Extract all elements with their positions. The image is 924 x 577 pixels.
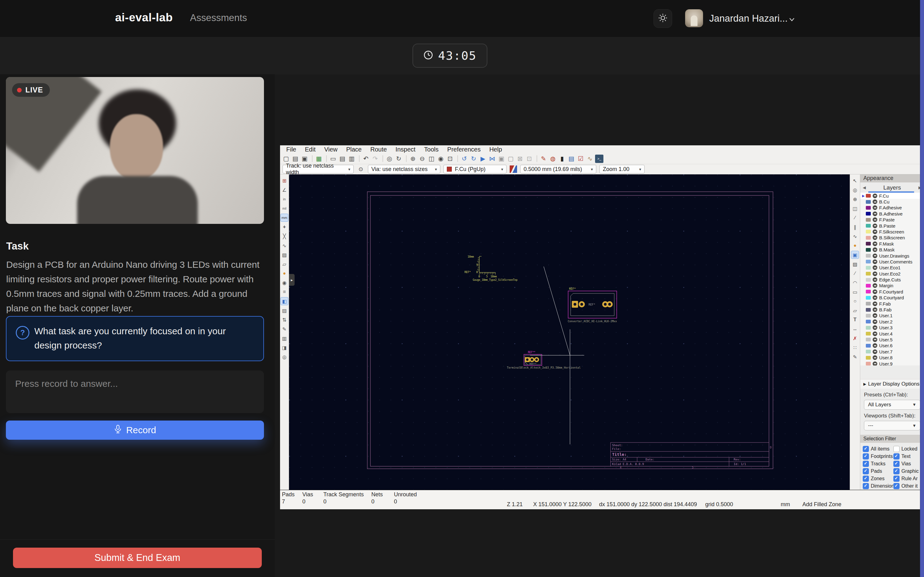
save-icon[interactable]: ▣	[300, 155, 309, 163]
layer-visibility-eye-icon[interactable]	[872, 332, 877, 336]
open-board-icon[interactable]: ▤	[291, 155, 300, 163]
filter-checkbox[interactable]: Tracks	[863, 460, 893, 467]
layer-row[interactable]: ▶ User.2	[860, 319, 924, 325]
delete-tool-icon[interactable]: ✗	[851, 335, 859, 342]
pads-display-icon[interactable]: ●	[281, 270, 288, 277]
layer-visibility-eye-icon[interactable]	[872, 307, 877, 312]
add-filled-zone-icon[interactable]: ▣	[851, 251, 859, 258]
undo-icon[interactable]: ↶	[362, 155, 370, 163]
group-icon[interactable]: ▣	[497, 155, 506, 163]
layer-color-swatch[interactable]	[866, 224, 871, 227]
add-footprint-icon[interactable]: ◫	[851, 205, 859, 212]
layer-row[interactable]: ▶ F.Courtyard	[860, 289, 924, 295]
rotate-ccw-icon[interactable]: ↺	[460, 155, 468, 163]
print-icon[interactable]: ▤	[338, 155, 347, 163]
vias-display-icon[interactable]: ◉	[281, 279, 288, 286]
layer-visibility-eye-icon[interactable]	[872, 319, 877, 324]
menu-item[interactable]: Inspect	[391, 146, 420, 153]
layer-row[interactable]: ▶ F.Cu	[860, 193, 924, 198]
layer-visibility-eye-icon[interactable]	[872, 313, 877, 318]
high-contrast-icon[interactable]: ◧	[281, 297, 288, 305]
user-name[interactable]: Janardan Hazari...	[709, 13, 788, 24]
menu-item[interactable]: Preferences	[443, 146, 485, 153]
layer-color-swatch[interactable]	[866, 200, 871, 204]
layer-visibility-eye-icon[interactable]	[872, 295, 877, 300]
panel-collapse-handle[interactable]: ▸	[289, 274, 295, 286]
record-button[interactable]: Record	[6, 421, 264, 440]
redo-icon[interactable]: ↷	[371, 155, 380, 163]
layer-color-swatch[interactable]	[866, 296, 871, 300]
page-scrollbar[interactable]	[920, 0, 924, 577]
zoom-fit-page-icon[interactable]: ◫	[427, 155, 436, 163]
track-width-dropdown[interactable]: Track: use netclass width ▾	[283, 165, 354, 174]
drawing-sheet-icon[interactable]: ✎	[281, 325, 288, 333]
grid-origin-icon[interactable]: ∷	[851, 344, 859, 351]
layer-visibility-eye-icon[interactable]	[872, 218, 877, 222]
zoom-fit-objects-icon[interactable]: ◉	[437, 155, 445, 163]
units-mm-icon[interactable]: mm	[281, 214, 288, 221]
layer-row[interactable]: ▶ User.1	[860, 313, 924, 319]
layer-color-swatch[interactable]	[866, 236, 871, 240]
layer-color-swatch[interactable]	[866, 206, 871, 210]
zoom-selection-icon[interactable]: ⊡	[446, 155, 454, 163]
layer-row[interactable]: ▶ User.9	[860, 361, 924, 366]
layer-color-swatch[interactable]	[866, 278, 871, 282]
layer-visibility-eye-icon[interactable]	[872, 301, 877, 306]
layer-row[interactable]: ▶ F.Fab	[860, 301, 924, 306]
lock-icon[interactable]: ⊠	[516, 155, 524, 163]
layer-color-swatch[interactable]	[866, 362, 871, 366]
page-settings-icon[interactable]: ▭	[329, 155, 337, 163]
interactive-router-icon[interactable]: ∿	[586, 155, 594, 163]
new-board-icon[interactable]: ▢	[282, 155, 290, 163]
layer-visibility-eye-icon[interactable]	[872, 361, 877, 366]
layer-color-swatch[interactable]	[866, 302, 871, 306]
zone-fill-icon[interactable]: ▨	[281, 251, 288, 258]
filter-checkbox[interactable]: Text	[893, 453, 924, 460]
zoom-in-icon[interactable]: ⊕	[409, 155, 417, 163]
plot-icon[interactable]: ▥	[347, 155, 356, 163]
scripting-console-icon[interactable]: >_	[595, 155, 603, 163]
theme-toggle-button[interactable]	[654, 9, 672, 28]
layer-row[interactable]: ▶ F.Adhesive	[860, 205, 924, 211]
tab-layers[interactable]: Layers	[868, 184, 916, 191]
layer-visibility-eye-icon[interactable]	[872, 337, 877, 342]
menu-item[interactable]: Route	[366, 146, 391, 153]
add-via-icon[interactable]: ●	[851, 242, 859, 249]
draw-polygon-icon[interactable]: ▱	[851, 307, 859, 314]
layer-row[interactable]: ▶ Edge.Cuts	[860, 277, 924, 283]
menu-item[interactable]: File	[282, 146, 300, 153]
add-dimension-icon[interactable]: ↔	[851, 325, 859, 333]
layer-color-swatch[interactable]	[866, 320, 871, 324]
layer-color-swatch[interactable]	[866, 230, 871, 234]
grid-toggle-icon[interactable]: ⊞	[281, 177, 288, 184]
menu-item[interactable]: Help	[485, 146, 506, 153]
layer-color-swatch[interactable]	[866, 332, 871, 335]
menu-item[interactable]: View	[320, 146, 342, 153]
layer-color-swatch[interactable]	[866, 194, 871, 198]
layer-row[interactable]: ▶ User.8	[860, 355, 924, 361]
layer-row[interactable]: ▶ B.Silkscreen	[860, 235, 924, 240]
layer-visibility-eye-icon[interactable]	[872, 211, 877, 216]
draw-rectangle-icon[interactable]: ▭	[851, 288, 859, 296]
filter-checkbox[interactable]: Pads	[863, 467, 893, 475]
filter-checkbox[interactable]: Locked	[893, 445, 924, 453]
grid-size-dropdown[interactable]: 0.5000 mm (19.69 mils) ▾	[520, 165, 596, 174]
layer-visibility-eye-icon[interactable]	[872, 350, 877, 354]
layer-row[interactable]: ▶ F.Paste	[860, 217, 924, 222]
menu-item[interactable]: Place	[342, 146, 366, 153]
layer-row[interactable]: ▶ B.Cu	[860, 199, 924, 205]
layer-visibility-eye-icon[interactable]	[872, 325, 877, 330]
route-diff-pair-icon[interactable]: ∥	[851, 223, 859, 230]
layer-color-swatch[interactable]	[866, 272, 871, 276]
layer-row[interactable]: ▶ User.3	[860, 325, 924, 330]
layer-row[interactable]: ▶ User.Drawings	[860, 253, 924, 258]
layer-visibility-eye-icon[interactable]	[872, 277, 877, 282]
measure-tool-icon[interactable]: ✎	[851, 353, 859, 361]
layer-visibility-eye-icon[interactable]	[872, 283, 877, 288]
layer-color-swatch[interactable]	[866, 254, 871, 258]
layer-row[interactable]: ▶ B.Mask	[860, 247, 924, 253]
polar-coords-icon[interactable]: ∠	[281, 186, 288, 193]
layer-pair-indicator-icon[interactable]	[510, 166, 517, 173]
layer-color-swatch[interactable]	[866, 344, 871, 348]
layer-row[interactable]: ▶ User.4	[860, 330, 924, 337]
